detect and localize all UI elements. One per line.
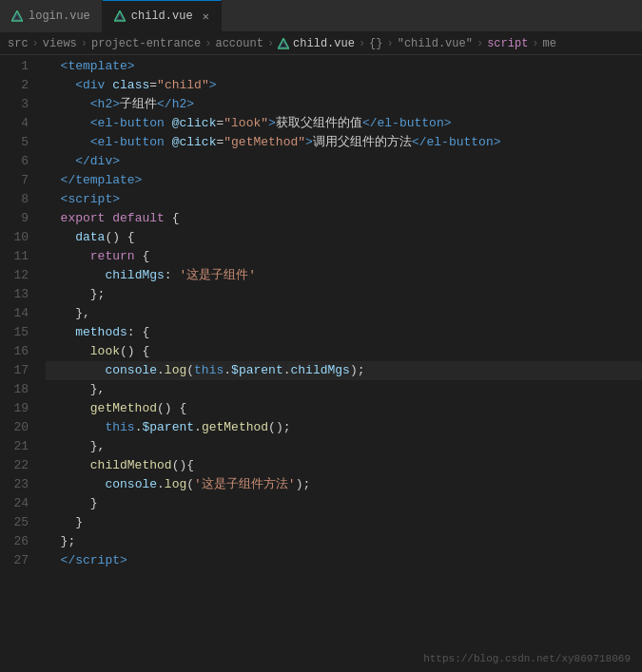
editor: 1234567891011121314151617181920212223242… (0, 55, 642, 672)
sep2: › (81, 37, 88, 50)
line-numbers: 1234567891011121314151617181920212223242… (0, 55, 36, 672)
code-line-17: console.log(this.$parent.childMgs); (46, 361, 642, 380)
code-line-8: <script> (46, 190, 642, 209)
code-line-5: <el-button @click="getMethod">调用父组件的方法</… (46, 133, 642, 152)
sep4: › (267, 37, 274, 50)
crumb-braces: {} (369, 37, 382, 50)
code-line-9: export default { (46, 209, 642, 228)
tab-child-label: child.vue (131, 10, 193, 23)
crumb-views: views (43, 37, 77, 50)
code-line-16: look() { (46, 342, 642, 361)
code-line-1: <template> (46, 57, 642, 76)
sep3: › (204, 37, 211, 50)
code-line-18: }, (46, 380, 642, 399)
crumb-child-vue: child.vue (293, 37, 355, 50)
tabs-bar: login.vue child.vue ✕ (0, 0, 642, 32)
code-line-4: <el-button @click="look">获取父组件的值</el-but… (46, 114, 642, 133)
crumb-me: me (543, 37, 556, 50)
crumb-child-vue-str: "child.vue" (398, 37, 473, 50)
sep8: › (532, 37, 538, 50)
code-line-25: } (46, 513, 642, 532)
code-line-6: </div> (46, 152, 642, 171)
crumb-script: script (487, 37, 528, 50)
sep5: › (359, 37, 365, 50)
code-line-12: childMgs: '这是子组件' (46, 266, 642, 285)
vue-icon-breadcrumb (278, 38, 289, 49)
code-line-14: }, (46, 304, 642, 323)
tab-login-label: login.vue (29, 10, 90, 23)
tab-child[interactable]: child.vue ✕ (103, 0, 222, 32)
vue-icon-child (114, 10, 126, 22)
code-line-23: console.log('这是子组件方法'); (46, 475, 642, 494)
breadcrumb: src › views › project-entrance › account… (0, 32, 642, 55)
code-area[interactable]: <template> <div class="child"> <h2>子组件</… (36, 55, 642, 672)
code-line-19: getMethod() { (46, 399, 642, 418)
code-line-11: return { (46, 247, 642, 266)
code-line-26: }; (46, 532, 642, 551)
code-line-15: methods: { (46, 323, 642, 342)
app-container: login.vue child.vue ✕ src › views › proj… (0, 0, 642, 672)
sep7: › (477, 37, 483, 50)
code-line-27: </script> (46, 551, 642, 570)
tab-login[interactable]: login.vue (0, 0, 103, 32)
sep1: › (32, 37, 39, 50)
crumb-account: account (215, 37, 263, 50)
sep6: › (387, 37, 394, 50)
crumb-project-entrance: project-entrance (91, 37, 201, 50)
code-line-2: <div class="child"> (46, 76, 642, 95)
crumb-src: src (8, 37, 29, 50)
code-line-7: </template> (46, 171, 642, 190)
code-line-3: <h2>子组件</h2> (46, 95, 642, 114)
code-line-10: data() { (46, 228, 642, 247)
code-line-24: } (46, 494, 642, 513)
code-line-22: childMethod(){ (46, 456, 642, 475)
tab-child-close[interactable]: ✕ (203, 10, 209, 24)
code-line-20: this.$parent.getMethod(); (46, 418, 642, 437)
code-line-21: }, (46, 437, 642, 456)
code-line-13: }; (46, 285, 642, 304)
vue-icon-login (11, 10, 23, 22)
